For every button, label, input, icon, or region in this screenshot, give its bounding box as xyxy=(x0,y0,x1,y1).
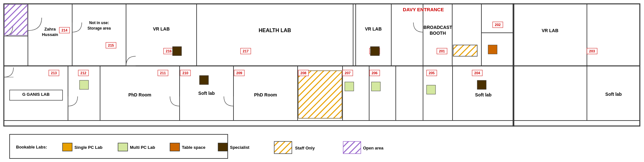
svg-rect-113 xyxy=(118,143,128,151)
svg-text:205: 205 xyxy=(429,71,435,75)
svg-text:BROADCAST: BROADCAST xyxy=(423,25,452,30)
svg-rect-89 xyxy=(477,80,486,89)
svg-text:Multi PC Lab: Multi PC Lab xyxy=(130,145,155,150)
svg-rect-98 xyxy=(4,4,27,35)
svg-text:Specialist: Specialist xyxy=(230,145,250,150)
svg-text:210: 210 xyxy=(182,71,188,75)
svg-text:G GANIS LAB: G GANIS LAB xyxy=(22,92,49,97)
svg-rect-99 xyxy=(513,4,640,126)
svg-text:HEALTH LAB: HEALTH LAB xyxy=(258,28,291,33)
svg-rect-0 xyxy=(4,4,514,126)
svg-rect-120 xyxy=(274,141,292,154)
svg-text:Soft lab: Soft lab xyxy=(605,92,622,97)
svg-rect-122 xyxy=(343,141,361,154)
svg-rect-81 xyxy=(370,47,379,56)
svg-rect-27 xyxy=(396,66,423,121)
svg-text:213: 213 xyxy=(51,71,57,75)
svg-rect-82 xyxy=(453,45,477,56)
svg-text:211: 211 xyxy=(160,71,166,75)
svg-rect-80 xyxy=(173,47,182,56)
svg-text:BOOTH: BOOTH xyxy=(430,31,446,36)
svg-text:204: 204 xyxy=(474,71,480,75)
svg-text:207: 207 xyxy=(345,71,351,75)
svg-text:Not in use:: Not in use: xyxy=(89,21,109,25)
svg-text:Soft lab: Soft lab xyxy=(198,91,215,96)
svg-text:Single PC Lab: Single PC Lab xyxy=(74,145,102,150)
svg-text:Hussain: Hussain xyxy=(42,32,58,37)
svg-text:201: 201 xyxy=(439,49,445,53)
svg-text:208: 208 xyxy=(301,71,306,75)
svg-rect-104 xyxy=(513,66,587,121)
svg-rect-7 xyxy=(126,4,197,66)
svg-text:Open area: Open area xyxy=(363,146,384,150)
svg-text:214: 214 xyxy=(62,28,68,32)
svg-text:VR LAB: VR LAB xyxy=(153,26,170,32)
svg-rect-86 xyxy=(345,82,354,91)
svg-rect-88 xyxy=(427,85,436,94)
svg-text:203: 203 xyxy=(589,49,595,53)
svg-text:Staff Only: Staff Only xyxy=(295,146,315,150)
svg-rect-115 xyxy=(170,143,180,151)
floor-plan: 214 215 216 217 218 201 202 213 212 211 … xyxy=(0,0,644,162)
svg-rect-8 xyxy=(197,4,353,66)
svg-text:202: 202 xyxy=(495,23,501,27)
svg-rect-3 xyxy=(4,36,28,66)
svg-text:216: 216 xyxy=(166,49,172,53)
svg-rect-85 xyxy=(199,76,208,85)
svg-text:PhD Room: PhD Room xyxy=(254,92,277,97)
floor-plan-svg: 214 215 216 217 218 201 202 213 212 211 … xyxy=(0,0,644,162)
svg-text:217: 217 xyxy=(243,49,249,53)
svg-rect-102 xyxy=(587,4,640,66)
svg-text:Table space: Table space xyxy=(182,145,205,150)
svg-text:VR LAB: VR LAB xyxy=(365,26,382,32)
svg-text:PhD Room: PhD Room xyxy=(128,92,151,97)
svg-rect-111 xyxy=(63,143,72,151)
svg-text:Soft lab: Soft lab xyxy=(475,92,491,97)
svg-rect-87 xyxy=(371,82,380,91)
svg-rect-9 xyxy=(356,4,423,66)
svg-text:206: 206 xyxy=(372,71,377,75)
svg-rect-103 xyxy=(513,4,587,66)
svg-rect-13 xyxy=(481,4,514,33)
svg-text:212: 212 xyxy=(80,71,86,75)
svg-rect-6 xyxy=(72,4,126,66)
svg-rect-117 xyxy=(218,143,228,151)
svg-text:DAVY ENTRANCE: DAVY ENTRANCE xyxy=(403,7,444,12)
svg-text:Bookable Labs:: Bookable Labs: xyxy=(16,145,47,149)
svg-rect-23 xyxy=(298,71,342,118)
svg-rect-14 xyxy=(481,33,514,66)
svg-text:VR LAB: VR LAB xyxy=(542,28,558,33)
svg-rect-83 xyxy=(488,45,497,54)
svg-text:215: 215 xyxy=(108,43,114,47)
svg-text:209: 209 xyxy=(236,71,242,75)
svg-rect-84 xyxy=(80,80,89,89)
svg-text:Zahra: Zahra xyxy=(44,27,56,32)
svg-text:Storage area: Storage area xyxy=(88,26,111,31)
